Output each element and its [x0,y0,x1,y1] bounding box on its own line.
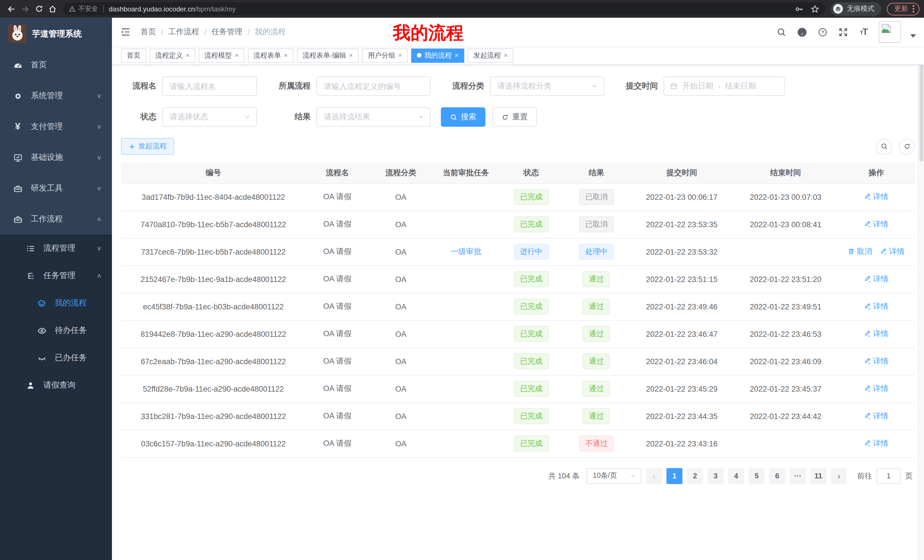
close-icon[interactable]: × [284,51,288,59]
table-row: 7470a810-7b9b-11ec-b5b7-acde48001122 OA … [121,211,915,238]
avatar[interactable] [879,21,901,43]
browser-home-icon[interactable] [46,2,59,16]
edit-icon [864,385,872,392]
browser-back-icon[interactable] [4,2,18,16]
page-button-3[interactable]: 3 [708,468,723,484]
tab-my-process[interactable]: 我的流程× [411,48,464,63]
col-task: 当前审批任务 [433,163,500,183]
process-category: OA [395,385,406,393]
fullscreen-icon[interactable] [838,27,849,37]
browser-forward-icon[interactable] [18,2,32,16]
create-process-button[interactable]: 发起流程 [121,138,174,155]
close-icon[interactable]: × [454,51,459,59]
sidebar-item-system[interactable]: 系统管理 ∨ [0,81,112,111]
detail-link[interactable]: 详情 [864,356,889,367]
tab-process-model[interactable]: 流程模型× [199,48,244,63]
address-bar[interactable]: 不安全 dashboard.yudao.iocoder.cn/bpm/task/… [63,2,825,15]
result-select[interactable]: 请选择流结果 [316,107,430,127]
sidebar-item-leave-query[interactable]: 请假查询 [0,371,112,399]
submit-time: 2022-01-22 23:53:32 [646,247,717,256]
page-button-2[interactable]: 2 [687,468,703,484]
page-button-5[interactable]: 5 [748,468,765,484]
page-button-11[interactable]: 11 [810,468,826,484]
process-name-input[interactable] [162,76,257,96]
font-size-icon[interactable]: тT [858,27,869,37]
close-icon[interactable]: × [504,51,508,59]
detail-link[interactable]: 详情 [864,219,889,229]
close-icon[interactable]: × [235,51,239,59]
detail-link[interactable]: 详情 [864,192,889,202]
search-button[interactable]: 搜索 [441,107,485,127]
more-pages-button[interactable]: ··· [790,468,806,484]
search-icon[interactable] [776,27,787,37]
bookmark-star-icon[interactable] [810,4,819,13]
next-page-button[interactable]: › [831,468,847,484]
submit-time-range-picker[interactable]: 开始日期 - 结束日期 [664,76,784,96]
tab-home[interactable]: 首页 [121,48,146,63]
sidebar-collapse-icon[interactable] [120,26,131,38]
prev-page-button[interactable]: ‹ [646,468,662,484]
security-status[interactable]: 不安全 [69,4,98,13]
detail-link[interactable]: 详情 [864,383,889,394]
cancel-link[interactable]: 取消 [848,247,872,257]
tab-start-process[interactable]: 发起流程× [468,48,513,63]
category-select[interactable]: 请选择流程分类 [490,76,604,96]
detail-link[interactable]: 详情 [864,274,889,284]
submit-time: 2022-01-23 00:06:17 [646,193,717,201]
process-category: OA [395,247,406,256]
sidebar-item-my-process[interactable]: 我的流程 [0,289,112,317]
sidebar-item-task-mgmt[interactable]: 任务管理 ∧ [0,262,112,289]
current-task-link[interactable]: 一级审批 [451,247,482,257]
refresh-table-button[interactable] [899,138,915,154]
page-size-select[interactable]: 10条/页 [586,468,641,484]
sidebar-item-home[interactable]: 首页 [0,49,112,81]
tab-user-group[interactable]: 用户分组× [362,48,408,63]
process-definition-input[interactable] [316,76,430,96]
sidebar-item-done-task[interactable]: 已办任务 [0,344,112,371]
sidebar-item-todo-task[interactable]: 待办任务 [0,317,112,344]
password-key-icon[interactable] [794,4,804,13]
url-text[interactable]: dashboard.yudao.iocoder.cn/bpm/task/my [109,5,236,13]
github-icon[interactable] [796,27,807,37]
browser-reload-icon[interactable] [32,2,46,16]
close-icon[interactable]: × [398,51,402,59]
page-button-1[interactable]: 1 [666,468,682,484]
incognito-badge[interactable]: 无痕模式 [831,2,881,16]
browser-menu-icon[interactable] [913,5,914,13]
sidebar-item-pay[interactable]: ¥ 支付管理 ∨ [0,111,112,142]
sidebar-item-workflow[interactable]: 工作流程 ∧ [0,204,112,235]
page-scrollbar[interactable] [918,18,924,560]
close-icon[interactable]: × [349,51,353,59]
detail-link[interactable]: 详情 [864,411,889,421]
detail-link[interactable]: 详情 [880,247,904,257]
detail-link[interactable]: 详情 [864,439,889,449]
result-badge: 通过 [583,408,610,424]
status-select[interactable]: 请选择状态 [162,107,257,127]
browser-update-button[interactable]: 更新 [887,3,920,15]
warning-icon [69,5,76,13]
sidebar-item-infra[interactable]: 基础设施 ∨ [0,142,112,173]
incognito-icon [833,4,843,14]
reset-button[interactable]: 重置 [492,107,537,127]
tab-process-definition[interactable]: 流程定义× [150,48,195,63]
end-time: 2022-01-22 23:49:51 [750,302,822,311]
col-result: 结果 [563,163,630,183]
detail-link[interactable]: 详情 [864,329,889,339]
breadcrumb-workflow[interactable]: 工作流程 [168,27,199,37]
avatar-dropdown-icon[interactable] [910,34,916,38]
sidebar-item-dev-tools[interactable]: 研发工具 ∨ [0,173,112,204]
breadcrumb-task-mgmt[interactable]: 任务管理 [212,27,242,37]
page-button-4[interactable]: 4 [728,468,744,484]
sidebar-item-process-mgmt[interactable]: 流程管理 ∨ [0,235,112,262]
tab-process-form[interactable]: 流程表单× [248,48,294,63]
filter-category-label: 流程分类 [441,81,490,91]
show-search-button[interactable] [876,138,892,154]
help-icon[interactable]: ? [817,27,828,37]
tab-process-form-edit[interactable]: 流程表单-编辑× [297,48,358,63]
app-logo[interactable]: 芋道管理系统 [0,18,112,49]
close-icon[interactable]: × [186,51,190,59]
breadcrumb-home[interactable]: 首页 [141,27,156,37]
detail-link[interactable]: 详情 [864,301,889,312]
goto-page-input[interactable] [877,468,901,484]
page-button-6[interactable]: 6 [769,468,785,484]
